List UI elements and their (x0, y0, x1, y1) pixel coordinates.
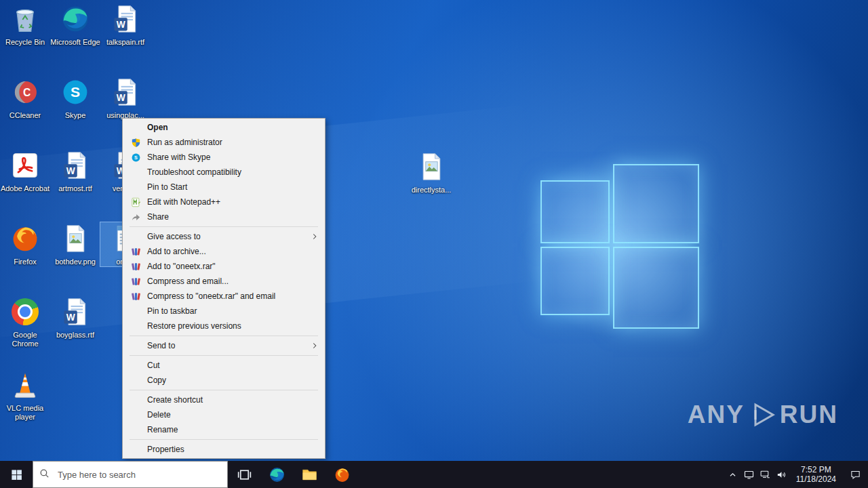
vlc-icon (9, 369, 41, 401)
watermark-any-text: ANY (688, 401, 745, 429)
menu-item-send-to[interactable]: Send to (123, 338, 325, 353)
svg-text:S: S (71, 84, 80, 100)
menu-item-share[interactable]: Share (123, 209, 325, 224)
tray-display-icon[interactable] (741, 461, 757, 488)
search-icon (39, 468, 50, 482)
desktop-icon-artmost-rtf[interactable]: Wartmost.rtf (50, 149, 100, 193)
desktop-icon-vlc-media-player[interactable]: VLC media player (0, 369, 50, 422)
desktop-icon-talkspain-rtf[interactable]: Wtalkspain.rtf (100, 3, 151, 47)
desktop-icon-label: artmost.rtf (58, 184, 92, 193)
desktop-icon-label: Recycle Bin (5, 38, 45, 47)
desktop-icon-adobe-acrobat[interactable]: Adobe Acrobat (0, 149, 50, 193)
share-icon (128, 211, 143, 222)
desktop-icon-bothdev-png[interactable]: bothdev.png (50, 222, 100, 266)
menu-item-label: Properties (147, 445, 184, 454)
menu-item-rename[interactable]: Rename (123, 422, 325, 437)
menu-item-label: Pin to taskbar (147, 306, 197, 316)
system-tray: 7:52 PM 11/18/2024 (725, 461, 868, 488)
menu-separator (130, 355, 318, 356)
menu-item-label: Run as administrator (147, 138, 222, 147)
menu-item-troubleshoot-compatibility[interactable]: Troubleshoot compatibility (123, 165, 325, 180)
menu-item-label: Compress to "oneetx.rar" and email (147, 291, 275, 301)
menu-item-label: Edit with Notepad++ (147, 197, 220, 207)
desktop-icon-label: CCleaner (9, 111, 41, 120)
start-button[interactable] (0, 461, 33, 488)
desktop-icon-skype[interactable]: SSkype (50, 76, 100, 120)
tray-icons (725, 461, 790, 488)
menu-item-label: Copy (147, 375, 166, 385)
word-icon: W (59, 296, 92, 328)
menu-item-copy[interactable]: Copy (123, 373, 325, 388)
tray-chevron-up-icon[interactable] (725, 461, 741, 488)
menu-item-pin-to-taskbar[interactable]: Pin to taskbar (123, 304, 325, 319)
svg-text:S: S (134, 155, 138, 161)
play-icon (747, 400, 777, 430)
tray-network-icon[interactable] (757, 461, 774, 488)
watermark-run-text: RUN (780, 401, 838, 429)
desktop-icon-label: talkspain.rtf (106, 38, 144, 47)
submenu-chevron-icon (310, 232, 319, 241)
menu-item-run-as-administrator[interactable]: Run as administrator (123, 135, 325, 150)
menu-item-share-with-skype[interactable]: SShare with Skype (123, 150, 325, 165)
firefox-icon (9, 222, 41, 255)
desktop-icon-microsoft-edge[interactable]: Microsoft Edge (50, 3, 100, 47)
menu-item-icon-blank (128, 182, 143, 192)
menu-item-label: Create shortcut (147, 395, 203, 405)
anyrun-watermark: ANY RUN (688, 400, 838, 430)
svg-text:W: W (117, 93, 125, 103)
search-input[interactable] (56, 469, 215, 481)
image-icon (415, 150, 448, 183)
image-icon (59, 222, 92, 255)
desktop-icon-label: Skype (65, 111, 86, 120)
desktop-icon-label: directlysta... (412, 186, 452, 195)
menu-item-create-shortcut[interactable]: Create shortcut (123, 392, 325, 407)
menu-item-icon-blank (128, 375, 143, 386)
clock[interactable]: 7:52 PM 11/18/2024 (790, 465, 842, 484)
menu-item-label: Compress and email... (147, 277, 229, 286)
taskbar: 7:52 PM 11/18/2024 (0, 461, 868, 488)
menu-item-label: Give access to (147, 232, 201, 241)
menu-item-properties[interactable]: Properties (123, 442, 325, 457)
svg-text:W: W (117, 20, 125, 30)
svg-text:C: C (23, 87, 31, 98)
desktop-surface[interactable]: Recycle BinMicrosoft EdgeWtalkspain.rtfC… (0, 0, 868, 461)
context-menu: OpenRun as administratorSShare with Skyp… (122, 118, 326, 459)
menu-item-icon-blank (128, 394, 143, 405)
menu-item-compress-and-email[interactable]: Compress and email... (123, 274, 325, 289)
menu-item-icon-blank (128, 340, 143, 351)
desktop-icon-boyglass-rtf[interactable]: Wboyglass.rtf (50, 296, 100, 340)
menu-item-add-to-oneetx-rar[interactable]: Add to "oneetx.rar" (123, 259, 325, 274)
menu-item-edit-with-notepad[interactable]: Edit with Notepad++ (123, 195, 325, 209)
menu-item-label: Pin to Start (147, 182, 187, 192)
menu-item-add-to-archive[interactable]: Add to archive... (123, 244, 325, 259)
search-box[interactable] (33, 461, 228, 488)
desktop-icon-directlysta[interactable]: directlysta... (406, 150, 456, 195)
menu-item-delete[interactable]: Delete (123, 407, 325, 422)
menu-item-give-access-to[interactable]: Give access to (123, 229, 325, 244)
chrome-icon (9, 296, 41, 328)
menu-item-label: Add to "oneetx.rar" (147, 262, 216, 271)
menu-separator (130, 390, 318, 390)
desktop-icon-usingplac[interactable]: Wusingplac... (100, 76, 151, 120)
desktop-icon-ccleaner[interactable]: CCCleaner (0, 76, 50, 120)
tray-volume-icon[interactable] (774, 461, 790, 488)
desktop-icon-label: boyglass.rtf (56, 331, 94, 340)
desktop-icon-firefox[interactable]: Firefox (0, 222, 50, 266)
desktop-icon-label: Firefox (14, 258, 37, 266)
taskbar-button-file-explorer[interactable] (293, 461, 326, 488)
menu-item-restore-previous-versions[interactable]: Restore previous versions (123, 319, 325, 333)
menu-item-cut[interactable]: Cut (123, 358, 325, 373)
action-center-button[interactable] (842, 461, 868, 488)
desktop-icon-recycle-bin[interactable]: Recycle Bin (0, 3, 50, 47)
taskbar-button-firefox[interactable] (326, 461, 358, 488)
menu-item-pin-to-start[interactable]: Pin to Start (123, 180, 325, 195)
ccleaner-icon: C (9, 76, 41, 108)
menu-item-open[interactable]: Open (123, 120, 325, 135)
desktop-icon-google-chrome[interactable]: Google Chrome (0, 296, 50, 348)
skype-icon: S (59, 76, 92, 108)
menu-item-icon-blank (128, 167, 143, 178)
menu-item-icon-blank (128, 360, 143, 371)
menu-item-compress-to-oneetx-rar-and-email[interactable]: Compress to "oneetx.rar" and email (123, 289, 325, 304)
taskbar-button-edge[interactable] (260, 461, 293, 488)
taskbar-button-task-view[interactable] (228, 461, 260, 488)
